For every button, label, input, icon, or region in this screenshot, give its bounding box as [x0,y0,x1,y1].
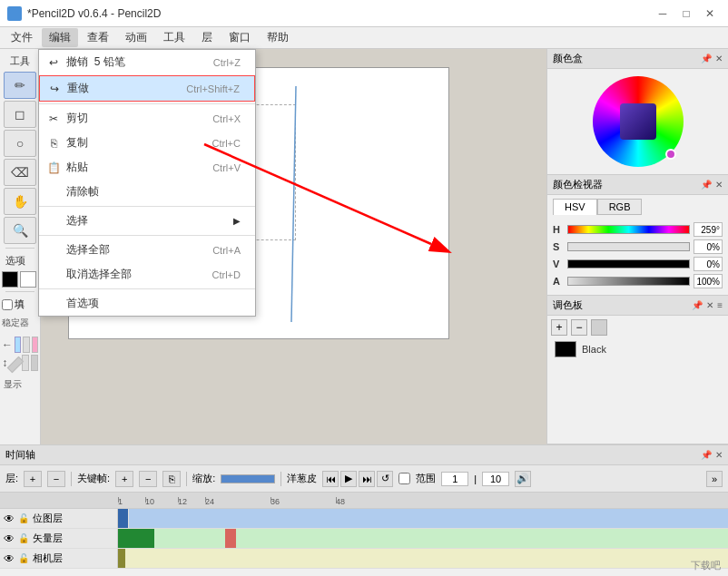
slider-s-track[interactable] [567,242,690,251]
slider-a-row: A 100% [553,274,723,288]
menu-item-clear-frame[interactable]: 清除帧 [39,180,255,204]
hand-tool[interactable]: ✋ [4,188,36,215]
bitmap-track[interactable] [118,509,728,528]
layer-header-bitmap: 👁 🔓 位图层 [0,509,118,528]
swatch-pin[interactable]: 📌 [692,300,703,310]
vector-current-frame [225,529,236,548]
menu-item-undo[interactable]: ↩ 撤销 5 铅笔 Ctrl+Z [39,50,255,74]
vector-layer-name[interactable]: 矢量层 [33,532,113,545]
swatch-close[interactable]: ✕ [706,300,713,310]
skip-start-button[interactable]: ⏮ [322,471,339,487]
swatch-menu[interactable]: ≡ [717,300,723,310]
color-viewer-pin[interactable]: 📌 [701,180,712,190]
eraser-tool[interactable]: ⌫ [4,159,36,186]
range-to-input[interactable]: 10 [482,472,509,486]
vector-cells [118,529,728,548]
menu-edit[interactable]: 编辑 [42,28,78,47]
add-keyframe-button[interactable]: + [115,471,133,487]
play-button[interactable]: ▶ [340,471,357,487]
menu-view[interactable]: 查看 [80,28,116,47]
menu-item-paste[interactable]: 📋 粘贴 Ctrl+V [39,155,255,180]
menu-file[interactable]: 文件 [4,28,40,47]
bitmap-layer-name[interactable]: 位图层 [33,512,113,525]
menu-item-redo[interactable]: ↪ 重做 Ctrl+Shift+Z [39,75,255,102]
camera-track[interactable] [118,549,728,568]
undo-label: 撤销 5 铅笔 [66,54,125,70]
menu-animation[interactable]: 动画 [118,28,154,47]
bitmap-visibility[interactable]: 👁 [4,513,15,525]
range-checkbox[interactable] [398,473,410,484]
slider-h-label: H [553,224,564,235]
preview-box-4 [22,355,29,371]
layer-row-camera: 👁 🔓 相机层 [0,549,728,569]
color-viewer-panel: 颜色检视器 📌 ✕ HSV RGB H 259° [547,175,728,296]
loop-button[interactable]: ↺ [377,471,393,487]
vector-visibility[interactable]: 👁 [4,532,15,545]
zoom-slider[interactable] [221,474,275,483]
select-tool[interactable]: ◻ [4,101,36,128]
copy-keyframe-button[interactable]: ⎘ [162,471,181,487]
fill-checkbox[interactable] [2,299,13,310]
color-box-close[interactable]: ✕ [715,54,723,63]
color-wheel[interactable] [593,76,684,167]
slider-v-track[interactable] [567,259,690,268]
foreground-color[interactable] [2,271,18,288]
remove-swatch-button[interactable]: − [571,319,587,336]
vector-lock[interactable]: 🔓 [18,533,29,543]
menu-layer[interactable]: 层 [194,28,220,47]
minimize-button[interactable]: ─ [652,3,674,24]
vector-track[interactable] [118,529,728,548]
ruler-mark-current: 10 [145,497,178,506]
skip-end-button[interactable]: ⏭ [359,471,375,487]
timeline-close[interactable]: ✕ [715,450,723,460]
timeline-pin[interactable]: 📌 [701,450,712,460]
slider-v-value[interactable]: 0% [694,257,723,271]
slider-h-track[interactable] [567,225,690,234]
menu-item-cut[interactable]: ✂ 剪切 Ctrl+X [39,106,255,131]
ruler-mark-24: 24 [205,497,271,506]
maximize-button[interactable]: □ [675,3,697,24]
color-viewer-close[interactable]: ✕ [715,180,723,190]
volume-button[interactable]: 🔊 [515,471,531,487]
scroll-right-button[interactable]: » [706,471,723,487]
menu-item-select-all[interactable]: 选择全部 Ctrl+A [39,238,255,262]
remove-layer-button[interactable]: − [47,471,65,487]
camera-layer-name[interactable]: 相机层 [33,552,113,565]
menu-item-select[interactable]: 选择 ▶ [39,209,255,233]
menu-item-copy[interactable]: ⎘ 复制 Ctrl+C [39,131,255,155]
tab-rgb[interactable]: RGB [597,199,643,215]
bitmap-lock[interactable]: 🔓 [18,513,29,523]
arrow-left-icon[interactable]: ← [2,337,13,353]
slider-a-track[interactable] [567,277,690,286]
add-swatch-button[interactable]: + [551,319,567,336]
swatch-item-black[interactable]: Black [551,339,724,359]
timeline-layers: 👁 🔓 位图层 👁 🔓 矢量层 [0,509,728,569]
camera-visibility[interactable]: 👁 [4,552,15,565]
undo-icon: ↩ [46,56,61,69]
shape-tool[interactable]: ○ [4,130,36,157]
camera-lock[interactable]: 🔓 [18,553,29,563]
background-color[interactable] [20,271,36,288]
color-box-pin[interactable]: 📌 [701,54,712,63]
timeline-header: 时间轴 📌 ✕ [0,445,728,465]
zoom-tool[interactable]: 🔍 [4,217,36,244]
add-layer-button[interactable]: + [24,471,42,487]
color-wheel-handle[interactable] [665,149,676,160]
menu-window[interactable]: 窗口 [221,28,258,47]
close-button[interactable]: ✕ [699,3,721,24]
menu-help[interactable]: 帮助 [260,28,296,47]
menu-tools[interactable]: 工具 [156,28,192,47]
range-from-input[interactable]: 1 [441,472,468,486]
pencil-tool[interactable]: ✏ [4,72,36,99]
color-box-panel: 颜色盒 📌 ✕ [547,49,728,175]
menu-item-deselect-all[interactable]: 取消选择全部 Ctrl+D [39,262,255,287]
remove-keyframe-button[interactable]: − [139,471,157,487]
slider-h-value[interactable]: 259° [694,222,723,237]
vector-key-3 [133,529,140,548]
tab-hsv[interactable]: HSV [553,199,597,215]
menu-sep-3 [39,235,255,236]
slider-s-value[interactable]: 0% [694,239,723,254]
menu-item-preferences[interactable]: 首选项 [39,291,255,316]
slider-a-value[interactable]: 100% [694,274,723,288]
redo-shortcut: Ctrl+Shift+Z [186,83,240,94]
